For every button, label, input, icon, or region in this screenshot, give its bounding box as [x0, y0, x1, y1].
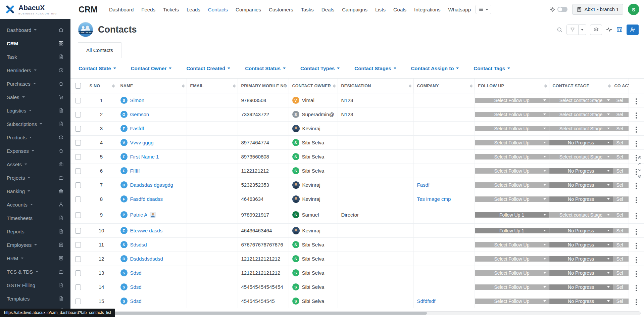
sidebar-item-projects[interactable]: Projects	[0, 171, 70, 184]
sidebar-item-sales[interactable]: Sales	[0, 90, 70, 104]
sidebar-item-reminders[interactable]: Reminders	[0, 63, 70, 77]
top-nav-whatsapp[interactable]: Whatsapp	[448, 7, 471, 12]
top-nav-goals[interactable]: Goals	[393, 7, 406, 12]
follow-up-select[interactable]: Follow Up 1	[475, 228, 549, 233]
follow-up-select[interactable]: Select Follow Up	[475, 168, 549, 174]
sidebar-item-employees[interactable]: Employees	[0, 238, 70, 252]
filter-dropdown-caret[interactable]	[579, 25, 586, 35]
co-action-select[interactable]: Sel	[613, 182, 629, 188]
follow-up-select[interactable]: Select Follow Up	[475, 256, 549, 262]
sidebar-item-assets[interactable]: Assets	[0, 157, 70, 171]
follow-up-select[interactable]: Select Follow Up	[475, 270, 549, 276]
add-contact-button[interactable]	[627, 25, 639, 35]
contact-name-link[interactable]: Sdsd	[130, 284, 142, 290]
layers-button[interactable]	[590, 25, 602, 35]
top-nav-contacts[interactable]: Contacts	[208, 7, 228, 12]
top-nav-tickets[interactable]: Tickets	[163, 7, 179, 12]
scroll-top-icon[interactable]	[637, 155, 642, 160]
row-checkbox[interactable]	[75, 256, 81, 262]
contact-stage-select[interactable]: Select contact Stage	[549, 212, 613, 218]
scroll-down-icon[interactable]	[637, 168, 642, 173]
contact-stage-select[interactable]: Select contact Stage	[549, 126, 613, 131]
follow-up-select[interactable]: Select Follow Up	[475, 154, 549, 160]
scrollbar-thumb[interactable]	[75, 312, 427, 315]
sidebar-item-gstr-filling[interactable]: GSTR Filling	[0, 278, 70, 292]
top-nav-lists[interactable]: Lists	[375, 7, 386, 12]
row-menu-kebab[interactable]	[632, 284, 641, 292]
col-header-company[interactable]: COMPANY	[413, 79, 475, 93]
contact-stage-select[interactable]: Select contact Stage	[549, 112, 613, 117]
row-checkbox[interactable]	[75, 212, 81, 218]
row-menu-kebab[interactable]	[632, 298, 641, 307]
sidebar-item-task[interactable]: Task	[0, 50, 70, 63]
contact-name-link[interactable]: Sdsd	[130, 270, 142, 276]
top-nav-customers[interactable]: Customers	[269, 7, 293, 12]
contact-name-link[interactable]: Fasdfd dsadss	[130, 196, 163, 202]
contact-name-link[interactable]: Dasdsdas dgasgdg	[130, 182, 173, 188]
row-checkbox[interactable]	[75, 242, 81, 248]
sidebar-item-purchases[interactable]: Purchases	[0, 77, 70, 90]
co-action-select[interactable]: Sel	[613, 140, 629, 145]
top-nav-campaigns[interactable]: Campaigns	[342, 7, 367, 12]
co-action-select[interactable]: Sel	[613, 242, 629, 247]
row-menu-kebab[interactable]	[632, 182, 641, 190]
sidebar-item-expenses[interactable]: Expenses	[0, 144, 70, 157]
contact-stage-select[interactable]: No Progress	[549, 182, 613, 188]
filter-funnel-button[interactable]	[566, 25, 579, 35]
top-nav-feeds[interactable]: Feeds	[141, 7, 155, 12]
sidebar-item-tcs-tds[interactable]: TCS & TDS	[0, 265, 70, 278]
top-nav-companies[interactable]: Companies	[236, 7, 261, 12]
sidebar-item-accounts[interactable]: Accounts	[0, 198, 70, 211]
row-menu-kebab[interactable]	[632, 196, 641, 205]
follow-up-select[interactable]: Select Follow Up	[475, 140, 549, 145]
row-checkbox[interactable]	[75, 196, 81, 202]
co-action-select[interactable]: Sel	[613, 228, 629, 233]
contact-name-link[interactable]: Gemson	[130, 111, 149, 117]
contact-stage-select[interactable]: No Progress	[549, 196, 613, 202]
row-menu-kebab[interactable]	[632, 97, 641, 106]
filter-contact-status[interactable]: Contact Status	[245, 65, 286, 71]
co-action-select[interactable]: Sel	[613, 126, 629, 131]
row-menu-kebab[interactable]	[632, 241, 641, 250]
filter-contact-assign-to[interactable]: Contact Assign to	[411, 65, 459, 71]
sidebar-item-banking[interactable]: Banking	[0, 184, 70, 198]
row-menu-kebab[interactable]	[632, 212, 641, 220]
row-menu-kebab[interactable]	[632, 111, 641, 120]
row-menu-kebab[interactable]	[632, 227, 641, 236]
company-link[interactable]: Fasdf	[417, 182, 430, 188]
col-header-email[interactable]: EMAIL	[187, 79, 238, 93]
sidebar-item-hrm[interactable]: HRM	[0, 252, 70, 265]
sidebar-item-products[interactable]: Products	[0, 131, 70, 144]
follow-up-select[interactable]: Select Follow Up	[475, 112, 549, 117]
col-header-co_action[interactable]: CO ACTION	[613, 79, 629, 93]
top-nav-deals[interactable]: Deals	[321, 7, 334, 12]
contact-stage-select[interactable]: Select contact Stage	[549, 98, 613, 103]
search-icon[interactable]	[556, 27, 563, 33]
follow-up-select[interactable]: Follow Up 1	[475, 212, 549, 218]
contact-name-link[interactable]: First Name 1	[130, 154, 159, 160]
row-menu-kebab[interactable]	[632, 139, 641, 148]
row-menu-kebab[interactable]	[632, 270, 641, 278]
col-header-owner[interactable]: CONTACT OWNER	[289, 79, 338, 93]
col-header-mobile[interactable]: PRIMARY MOBILE NO	[238, 79, 289, 93]
select-all-checkbox[interactable]	[75, 83, 81, 89]
tab-all-contacts[interactable]: All Contacts	[78, 42, 121, 58]
contact-name-link[interactable]: Vvvv gggg	[130, 140, 154, 145]
col-header-name[interactable]: NAME	[117, 79, 187, 93]
contact-name-link[interactable]: Sdsd	[130, 298, 142, 304]
top-nav-dashboard[interactable]: Dashboard	[109, 7, 134, 12]
col-header-follow_up[interactable]: FOLLOW UP	[475, 79, 549, 93]
row-checkbox[interactable]	[75, 126, 81, 132]
row-menu-kebab[interactable]	[632, 125, 641, 134]
sidebar-item-logistics[interactable]: Logistics	[0, 104, 70, 117]
horizontal-scrollbar[interactable]	[74, 311, 641, 315]
follow-up-select[interactable]: Select Follow Up	[475, 196, 549, 202]
filter-contact-stages[interactable]: Contact Stages	[354, 65, 396, 71]
col-header-designation[interactable]: DESIGNATION	[338, 79, 413, 93]
top-nav-integrations[interactable]: Integrations	[414, 7, 440, 12]
contact-name-link[interactable]: Ffffff	[130, 168, 140, 174]
co-action-select[interactable]: Sel	[613, 112, 629, 117]
co-action-select[interactable]: Sel	[613, 168, 629, 174]
sidebar-item-subscriptions[interactable]: Subscriptions	[0, 117, 70, 131]
sidebar-item-dashboard[interactable]: Dashboard	[0, 23, 70, 37]
